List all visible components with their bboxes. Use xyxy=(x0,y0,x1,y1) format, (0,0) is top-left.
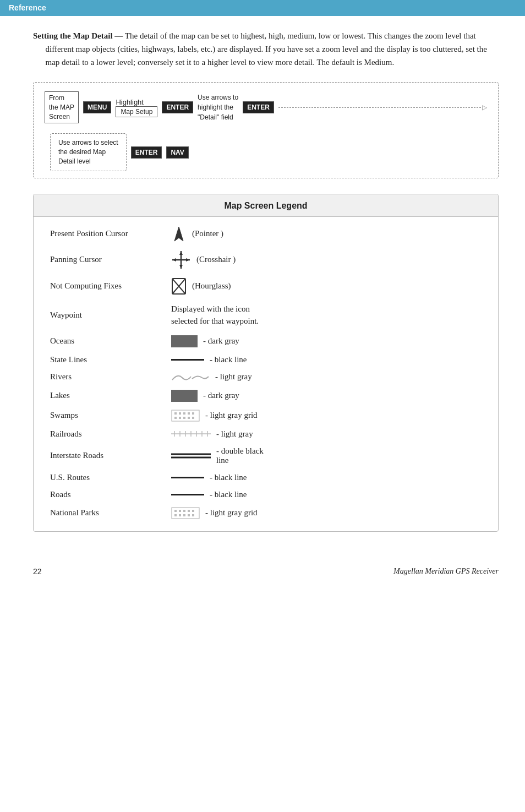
legend-row-state-lines: State Lines - black line xyxy=(50,351,482,368)
legend-row-swamps: Swamps xyxy=(50,405,482,425)
legend-crosshair-text: (Crosshair ) xyxy=(196,255,236,264)
legend-label-roads: Roads xyxy=(50,490,171,499)
diagram-menu-btn: MENU xyxy=(83,101,111,113)
legend-symbol-roads: - black line xyxy=(171,490,247,499)
legend-row-present-position: Present Position Cursor (Pointer ) xyxy=(50,221,482,246)
legend-railroads-text: - light gray xyxy=(216,429,253,439)
legend-symbol-national-parks: - light gray grid xyxy=(171,507,258,519)
legend-label-lakes: Lakes xyxy=(50,391,171,400)
diagram-enter-btn2: ENTER xyxy=(243,101,274,113)
legend-row-oceans: Oceans - dark gray xyxy=(50,331,482,351)
legend-symbol-lakes: - dark gray xyxy=(171,390,239,402)
footer-brand: Magellan Meridian GPS Receiver xyxy=(393,567,499,576)
oceans-swatch xyxy=(171,335,198,347)
svg-rect-40 xyxy=(188,514,190,516)
legend-title: Map Screen Legend xyxy=(34,194,498,217)
svg-rect-19 xyxy=(188,417,190,419)
legend-label-rivers: Rivers xyxy=(50,372,171,382)
legend-label-us-routes: U.S. Routes xyxy=(50,473,171,482)
diagram-enter-btn3: ENTER xyxy=(131,146,162,159)
legend-label-oceans: Oceans xyxy=(50,336,171,346)
legend-state-lines-text: - black line xyxy=(210,355,247,364)
main-content: Setting the Map Detail — The detail of t… xyxy=(0,16,525,556)
lakes-swatch xyxy=(171,390,198,402)
legend-wrapper: Map Screen Legend Present Position Curso… xyxy=(33,194,499,532)
legend-label-swamps: Swamps xyxy=(50,411,171,420)
legend-symbol-swamps: - light gray grid xyxy=(171,410,258,422)
legend-symbol-oceans: - dark gray xyxy=(171,335,239,347)
diagram-right-arrow: ▷ xyxy=(278,103,487,112)
svg-rect-33 xyxy=(179,510,181,512)
legend-symbol-us-routes: - black line xyxy=(171,473,247,482)
svg-rect-18 xyxy=(183,417,185,419)
intro-bold: Setting the Map Detail xyxy=(33,31,113,40)
legend-row-roads: Roads - black line xyxy=(50,486,482,503)
footer: 22 Magellan Meridian GPS Receiver xyxy=(0,562,525,581)
railroad-icon xyxy=(171,430,211,438)
legend-row-not-computing: Not Computing Fixes (Hourglass) xyxy=(50,273,482,298)
intro-em-dash: — xyxy=(113,31,125,40)
diagram-top-row: From the MAP Screen MENU Highlight Map S… xyxy=(45,91,487,123)
legend-label-present-position: Present Position Cursor xyxy=(50,229,171,238)
interstate-icon xyxy=(171,453,211,459)
diagram-use-arrows: Use arrows to highlight the "Detail" fie… xyxy=(198,92,238,122)
legend-row-us-routes: U.S. Routes - black line xyxy=(50,468,482,486)
svg-rect-38 xyxy=(179,514,181,516)
diagram-mapsetup-box: Map Setup xyxy=(116,106,157,117)
legend-swamps-text: - light gray grid xyxy=(205,411,258,420)
svg-rect-20 xyxy=(192,417,194,419)
svg-rect-34 xyxy=(183,510,185,512)
legend-symbol-rivers: - light gray xyxy=(171,372,252,382)
legend-lakes-text: - dark gray xyxy=(203,391,239,400)
diagram-highlight-group: Highlight Map Setup xyxy=(116,98,157,117)
diagram-wrapper: From the MAP Screen MENU Highlight Map S… xyxy=(33,82,499,178)
svg-marker-6 xyxy=(186,258,190,261)
legend-symbol-interstate: - double blackline xyxy=(171,446,264,465)
svg-rect-36 xyxy=(192,510,194,512)
svg-rect-16 xyxy=(174,417,177,419)
legend-label-not-computing: Not Computing Fixes xyxy=(50,281,171,291)
svg-marker-3 xyxy=(179,251,183,255)
svg-rect-32 xyxy=(174,510,177,512)
diagram-bottom-row: Use arrows to select the desired Map Det… xyxy=(45,133,487,171)
legend-row-railroads: Railroads - light gray xyxy=(50,425,482,442)
legend-body: Present Position Cursor (Pointer ) Panni… xyxy=(34,217,498,531)
diagram-from-label: From the MAP Screen xyxy=(49,94,74,121)
legend-roads-text: - black line xyxy=(210,490,247,499)
hourglass-icon xyxy=(171,277,187,295)
svg-rect-14 xyxy=(188,412,190,415)
svg-rect-13 xyxy=(183,412,185,415)
legend-row-waypoint: Waypoint Displayed with the iconselected… xyxy=(50,298,482,331)
legend-symbol-railroads: - light gray xyxy=(171,429,253,439)
legend-waypoint-text: Displayed with the iconselected for that… xyxy=(171,303,259,328)
crosshair-icon xyxy=(171,250,191,270)
swamps-grid-icon xyxy=(171,410,200,422)
intro-paragraph: Setting the Map Detail — The detail of t… xyxy=(33,29,499,69)
legend-symbol-waypoint: Displayed with the iconselected for that… xyxy=(171,303,259,328)
svg-rect-37 xyxy=(174,514,177,516)
svg-rect-11 xyxy=(174,412,177,415)
legend-hourglass-text: (Hourglass) xyxy=(192,281,231,291)
legend-us-routes-text: - black line xyxy=(210,473,247,482)
roads-swatch xyxy=(171,494,204,495)
legend-symbol-panning: (Crosshair ) xyxy=(171,250,236,270)
svg-rect-35 xyxy=(188,510,190,512)
rivers-icon xyxy=(171,372,210,382)
national-parks-grid-icon xyxy=(171,507,200,519)
legend-label-railroads: Railroads xyxy=(50,429,171,439)
svg-marker-4 xyxy=(179,265,183,269)
legend-rivers-text: - light gray xyxy=(215,372,252,382)
legend-symbol-state-lines: - black line xyxy=(171,355,247,364)
diagram-outer: From the MAP Screen MENU Highlight Map S… xyxy=(33,82,499,178)
svg-rect-17 xyxy=(179,417,181,419)
svg-rect-15 xyxy=(192,412,194,415)
legend-row-interstate: Interstate Roads - double blackline xyxy=(50,442,482,468)
legend-label-state-lines: State Lines xyxy=(50,355,171,364)
svg-rect-39 xyxy=(183,514,185,516)
header-bar: Reference xyxy=(0,0,525,16)
diagram-highlight-label: Highlight xyxy=(116,98,144,106)
svg-rect-10 xyxy=(172,410,199,421)
state-lines-swatch xyxy=(171,359,204,361)
intro-section: Setting the Map Detail — The detail of t… xyxy=(33,29,499,69)
legend-label-national-parks: National Parks xyxy=(50,508,171,517)
